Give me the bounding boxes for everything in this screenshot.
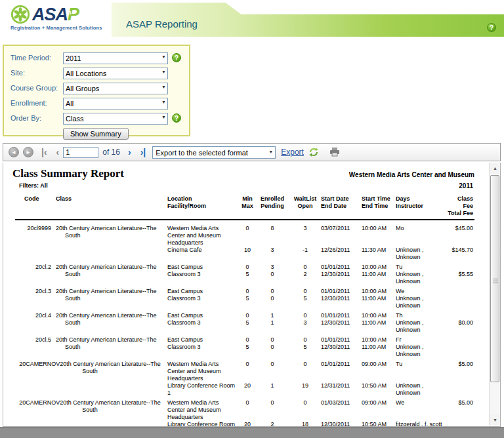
cell-waitlist: 0 [291, 336, 320, 344]
organization-name: Western Media Arts Center and Museum [349, 171, 489, 178]
cell-end-time: 11:00 AM [359, 295, 394, 309]
cell-start-time: 10:00 AM [359, 336, 394, 344]
row-line-2: Library Conference Room 1 20 2 18 12/30/… [167, 421, 489, 427]
print-icon[interactable] [329, 146, 341, 158]
cell-max: 5 [241, 344, 254, 358]
time-period-select[interactable]: 2011 [63, 52, 168, 64]
table-row: 20cl.3 20th Century American Literature-… [12, 288, 489, 309]
cell-total-fee [446, 382, 476, 397]
cell-class-fee [446, 288, 476, 295]
cell-code: 20cl9999 [12, 225, 54, 261]
report-filters-line: Filters: All [12, 182, 459, 189]
enrollment-select-wrap: All ▼ [63, 97, 168, 109]
row-line-1: Western Media Arts Center and Museum Hea… [167, 225, 489, 247]
cell-start-date: 03/07/2011 [320, 225, 359, 247]
cell-enrolled: 0 [254, 399, 291, 421]
cell-facility-room: Classroom 3 [167, 319, 241, 334]
table-row: 20CAMERNOV20th Century American Literatu… [12, 361, 489, 397]
page-number-input[interactable] [63, 147, 98, 158]
cell-class: 20th Century American Literature--The So… [54, 312, 167, 334]
vertical-scrollbar: ▲ ▼ [489, 163, 500, 426]
table-row: 20cl9999 20th Century American Literatur… [12, 225, 489, 261]
table-row: 20cl.5 20th Century American Literature-… [12, 336, 489, 358]
cell-waitlist: 0 [291, 264, 320, 271]
cell-min: 0 [241, 336, 254, 344]
refresh-icon[interactable] [308, 146, 320, 158]
row-line-2: Classroom 3 5 0 5 12/30/2011 11:00 AM Un… [167, 344, 489, 358]
forward-icon[interactable]: ► [23, 147, 33, 157]
cell-location: East Campus [167, 312, 241, 319]
cell-end-time: 10:50 AM [359, 421, 394, 427]
cell-code: 20cl.5 [12, 336, 54, 358]
row-line-2: Classroom 3 5 0 2 12/30/2011 11:00 AM Un… [167, 271, 489, 285]
asap-logo: ASAP3 Registration + Management Solution… [10, 5, 102, 31]
cell-instructor: Unknown , Unknown [394, 319, 446, 334]
cell-waitlist: 0 [291, 312, 320, 319]
cell-pending: 1 [254, 319, 291, 334]
scrollbar-thumb[interactable] [490, 175, 499, 382]
cell-start-date: 01/01/2011 [320, 312, 359, 319]
cell-start-time: 09:00 AM [359, 361, 394, 382]
cell-instructor: Unknown , Unknown [394, 344, 446, 358]
order-by-select[interactable]: Class [63, 113, 168, 125]
cell-max: 20 [241, 421, 254, 427]
cell-instructor: fitzgerald , f. scott [394, 421, 446, 427]
export-link[interactable]: Export [281, 148, 304, 157]
cell-enrolled: 0 [254, 288, 291, 295]
cell-start-time: 10:00 AM [359, 312, 394, 319]
next-page-icon[interactable]: › [128, 148, 131, 157]
show-summary-button[interactable]: Show Summary [63, 128, 129, 140]
col-header-min-max: MinMax [241, 195, 254, 217]
course-group-select[interactable]: All Groups [63, 83, 168, 94]
export-format-select[interactable]: Export to the selected format [152, 146, 276, 159]
back-icon[interactable]: ◄ [9, 147, 19, 157]
cell-days: Th [394, 312, 446, 319]
site-label: Site: [10, 69, 63, 77]
pinwheel-logo-icon [10, 5, 30, 24]
scroll-up-icon[interactable]: ▲ [490, 163, 501, 174]
cell-days: We [394, 399, 446, 421]
time-period-help-icon[interactable]: ? [172, 53, 181, 62]
cell-location: East Campus [167, 264, 241, 271]
scrollbar-grip [493, 279, 498, 284]
first-page-icon[interactable]: |‹ [41, 148, 47, 157]
cell-max: 10 [241, 247, 254, 261]
cell-min: 0 [241, 399, 254, 421]
cell-min: 0 [241, 225, 254, 247]
cell-location: Western Media Arts Center and Museum Hea… [167, 225, 241, 247]
cell-class-fee: $45.00 [446, 225, 476, 247]
last-page-icon[interactable]: ›| [140, 148, 146, 157]
row-line-1: East Campus 0 0 0 01/01/2011 10:00 AM Fr [167, 336, 489, 344]
cell-facility-room: Cinema Cafe [167, 247, 241, 261]
prev-page-icon[interactable]: ‹ [56, 148, 60, 157]
cell-start-date: 01/01/2011 [320, 288, 359, 295]
export-format-select-wrap: Export to the selected format ▼ [152, 146, 276, 159]
cell-facility-room: Library Conference Room 1 [167, 421, 241, 427]
cell-class: 20th Century American Literature--The So… [54, 264, 167, 285]
col-header-enrolled-pending: EnrolledPending [254, 195, 291, 217]
site-select[interactable]: All Locations [63, 68, 168, 79]
col-header-fees: Class FeeTotal Fee [446, 195, 476, 217]
cell-max: 5 [241, 295, 254, 309]
cell-end-date: 12/31/2011 [320, 382, 359, 397]
row-line-2: Classroom 3 5 0 5 12/30/2011 11:00 AM Un… [167, 295, 489, 309]
scroll-down-icon[interactable]: ▼ [490, 414, 501, 426]
cell-waitlist: 0 [291, 399, 320, 421]
horizontal-scrollbar[interactable] [0, 427, 504, 438]
brand-tagline: Registration + Management Solutions [10, 25, 102, 31]
cell-facility-room: Classroom 3 [167, 344, 241, 358]
cell-instructor: Unknown , Unknown [394, 271, 446, 285]
cell-min: 0 [241, 312, 254, 319]
banner-help-icon[interactable]: ? [487, 23, 496, 32]
cell-open: 18 [291, 421, 320, 427]
cell-pending: 3 [254, 247, 291, 261]
cell-end-time: 11:00 AM [359, 319, 394, 334]
cell-total-fee [446, 295, 476, 309]
course-group-select-wrap: All Groups ▼ [63, 82, 168, 94]
order-by-help-icon[interactable]: ? [172, 113, 181, 123]
enrollment-select[interactable]: All [63, 98, 168, 110]
app-header: ASAP3 Registration + Management Solution… [0, 0, 504, 41]
cell-code: 20cl.2 [12, 264, 54, 285]
enrollment-label: Enrollment: [10, 99, 63, 107]
table-row: 20cl.4 20th Century American Literature-… [12, 312, 489, 334]
